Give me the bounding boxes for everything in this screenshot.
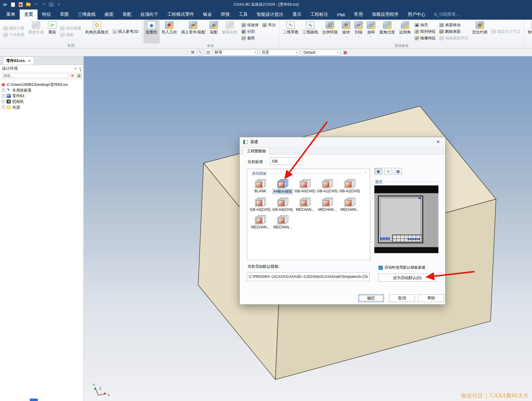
ribbon-button-scale-body[interactable]: 缩放体: [241, 22, 259, 28]
view-details-button[interactable]: ▦: [394, 168, 402, 175]
tab-pmi[interactable]: PMI: [333, 10, 350, 20]
ribbon-button-insert-ref-2d[interactable]: 插入参考2D: [112, 29, 139, 34]
ribbon-button-insert-part-assembly[interactable]: 插入零件/装配: [179, 20, 208, 43]
template-mechan-2[interactable]: MECHAN...: [317, 198, 338, 212]
template-gb-a2[interactable]: GB-A2(CHS): [339, 179, 361, 194]
template-gb-a3[interactable]: GB-A3(CHS): [249, 198, 271, 212]
set-startup-default-button[interactable]: 设为启动默认(D): [379, 274, 436, 282]
tab-display[interactable]: 显示: [288, 10, 306, 20]
ribbon-button-chamfer[interactable]: 边倒角: [397, 20, 413, 43]
chevron-down-icon[interactable]: ▾: [75, 67, 76, 70]
tree-item-part63[interactable]: +零件63: [1, 93, 82, 99]
ribbon-button-sweep[interactable]: 扫描⌄: [352, 20, 365, 43]
expand-icon[interactable]: +: [2, 100, 5, 103]
view-large-icons-button[interactable]: ▣: [374, 168, 382, 175]
ribbon-button-delete-face[interactable]: 删除表面: [439, 29, 468, 34]
tab-surface[interactable]: 曲面: [100, 10, 118, 20]
view-list-button[interactable]: ≡: [384, 168, 392, 175]
screenshot-icon[interactable]: ◎: [49, 2, 54, 7]
template-mechan-1[interactable]: MECHAN...: [294, 198, 316, 212]
dropdown-any[interactable]: 任意▾: [260, 49, 299, 55]
cancel-button[interactable]: 取消: [389, 294, 415, 302]
tree-item-root[interactable]: C:\Users\26981\Desktop\零件63.ics: [1, 82, 82, 87]
ribbon-button-pattern-feature[interactable]: 阵列特征: [415, 29, 436, 34]
help-button[interactable]: 帮助: [418, 294, 444, 302]
find-filter-icon[interactable]: A: [76, 73, 82, 78]
tab-user-center[interactable]: 用户中心: [403, 10, 430, 20]
function-search[interactable]: 功能搜索...: [434, 12, 459, 20]
new-file-button[interactable]: [10, 2, 15, 7]
ribbon-button-redraw[interactable]: 重画: [46, 20, 58, 43]
open-file-button[interactable]: [26, 2, 31, 7]
render-style-icon[interactable]: ▦: [342, 49, 348, 55]
tree-item-global-coords[interactable]: +全局坐标系: [1, 87, 82, 93]
expand-icon[interactable]: +: [2, 106, 5, 109]
ribbon-button-smart-dimension[interactable]: 智能标注: [525, 20, 532, 43]
ribbon-button-extrude-cut[interactable]: 拉伸切除⌄: [320, 20, 340, 43]
document-tab[interactable]: 零件63.ics ✕: [3, 56, 34, 65]
template-gb-a4[interactable]: GB-A4(CHS): [272, 198, 294, 212]
quick-access-more-button[interactable]: ▾: [56, 2, 61, 7]
ribbon-button-split[interactable]: 分割: [241, 29, 259, 34]
template-a4-landscape[interactable]: A4横向模版: [272, 179, 294, 194]
expand-icon[interactable]: +: [2, 94, 5, 97]
template-gb-a1[interactable]: GB-A1(CHS): [317, 179, 338, 194]
ribbon-button-fillet[interactable]: 圆角过渡: [377, 20, 397, 43]
tree-item-light[interactable]: +光源: [1, 104, 82, 110]
dropdown-style[interactable]: Default▾: [302, 49, 340, 55]
pin-icon[interactable]: [79, 67, 81, 69]
redo-button[interactable]: ↷: [41, 2, 46, 7]
template-mechan-4[interactable]: MECHAN...: [249, 215, 271, 229]
ribbon-button-move-face[interactable]: 表面移动: [439, 22, 468, 28]
ribbon-button-position-constraint[interactable]: 定位约束: [470, 20, 490, 43]
dropdown-default[interactable]: 缺省▾: [213, 49, 258, 55]
clear-search-icon[interactable]: ✕: [70, 73, 75, 78]
tab-assembly[interactable]: 装配: [118, 10, 136, 20]
checkbox-checked-icon[interactable]: ✓: [379, 266, 383, 270]
tab-menu[interactable]: 菜单: [2, 10, 20, 20]
ribbon-button-shell[interactable]: 抽壳: [415, 22, 436, 28]
template-gb-a0[interactable]: GB-A0(CHS): [294, 179, 316, 194]
undo-button[interactable]: ↶: [33, 2, 39, 7]
ribbon-button-curve-3d[interactable]: 三维曲线: [300, 20, 320, 43]
tab-load-addins[interactable]: 加载应用程序: [367, 10, 403, 20]
tab-feature[interactable]: 特征: [38, 10, 55, 20]
grip-handle[interactable]: ⁞: [187, 50, 188, 55]
default-template-path-input[interactable]: [247, 272, 370, 281]
ribbon-button-revolve[interactable]: 旋转⌄: [340, 20, 352, 43]
startup-checkbox-row[interactable]: ✓ 启动时使用默认模板新建: [379, 265, 426, 270]
ribbon-button-assemble[interactable]: 装配: [207, 20, 220, 43]
tree-search-input[interactable]: [2, 73, 69, 78]
pick-box-icon[interactable]: ⊡: [205, 49, 211, 55]
ribbon-button-boolean[interactable]: 布尔: [262, 22, 276, 28]
tab-curve3d[interactable]: 三维曲线: [73, 10, 100, 20]
close-file-button[interactable]: [18, 2, 23, 7]
cursor-icon[interactable]: ↖: [197, 49, 203, 55]
expand-icon[interactable]: +: [2, 89, 5, 92]
ok-button[interactable]: 确定: [358, 294, 384, 302]
ribbon-button-loft[interactable]: 放样⌄: [365, 20, 377, 43]
select-tool-icon[interactable]: ⚒: [190, 49, 196, 55]
tab-top-down[interactable]: 自顶向下: [136, 10, 163, 20]
template-mechan-5[interactable]: MECHAN...: [272, 215, 294, 229]
ribbon-button-sketch-2d[interactable]: 二维草图⌄: [281, 20, 300, 43]
tab-smart-design-annotation[interactable]: 智能设计批注: [252, 10, 288, 20]
template-mechan-3[interactable]: MECHAN...: [339, 198, 361, 212]
dialog-title-bar[interactable]: 新建 ✕: [240, 137, 445, 147]
tab-tools[interactable]: 工具: [234, 10, 252, 20]
collapse-group-icon[interactable]: ⌃: [364, 172, 367, 176]
tab-home[interactable]: 主页: [20, 10, 38, 20]
ribbon-button-mirror-feature[interactable]: 镜像特征: [415, 35, 436, 41]
tab-sketch[interactable]: 草图: [55, 10, 73, 20]
standard-dropdown[interactable]: GB ▾: [270, 157, 303, 165]
ribbon-button-new-sheet[interactable]: 新图纸: [144, 20, 159, 43]
close-document-icon[interactable]: ✕: [28, 59, 31, 63]
ribbon-button-mechanism-simulation[interactable]: 机构仿真模式: [83, 20, 111, 43]
ribbon-button-import-geometry[interactable]: 导入几何: [159, 20, 179, 43]
tab-common[interactable]: 常用: [350, 10, 367, 20]
ribbon-button-trim[interactable]: 裁剪: [241, 35, 259, 41]
template-blank[interactable]: BLANK: [249, 179, 271, 194]
dialog-close-icon[interactable]: ✕: [435, 139, 442, 145]
tab-engineering-part[interactable]: 工程模式零件: [163, 10, 198, 20]
tree-item-camera[interactable]: +照相机: [1, 99, 82, 104]
